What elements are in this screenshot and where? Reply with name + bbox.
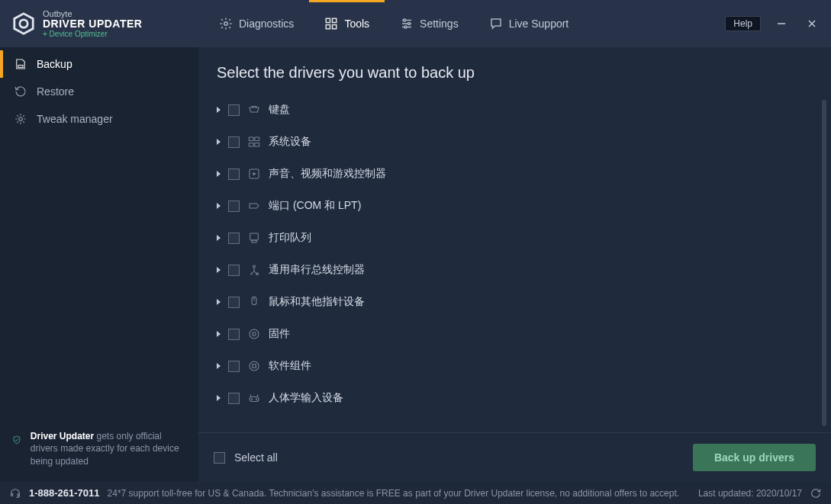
tab-live-support[interactable]: Live Support (474, 0, 585, 47)
backup-drivers-button[interactable]: Back up drivers (693, 444, 816, 471)
brand-product: DRIVER UPDATER (43, 18, 142, 30)
svg-rect-32 (250, 397, 259, 402)
expand-caret[interactable] (217, 299, 221, 305)
expand-caret[interactable] (217, 267, 221, 273)
svg-rect-4 (333, 18, 337, 22)
scrollbar[interactable] (822, 100, 826, 426)
brand-tagline: + Device Optimizer (43, 30, 142, 38)
expand-caret[interactable] (217, 331, 221, 337)
driver-category-row: 固件 (217, 318, 823, 350)
driver-category-row: 人体学输入设备 (217, 382, 823, 414)
tab-diagnostics-label: Diagnostics (239, 18, 294, 30)
tab-settings[interactable]: Settings (385, 0, 474, 47)
svg-rect-13 (18, 66, 23, 68)
expand-caret[interactable] (217, 171, 221, 177)
tab-diagnostics[interactable]: Diagnostics (204, 0, 309, 47)
minimize-button[interactable] (771, 14, 791, 34)
category-checkbox[interactable] (228, 297, 240, 308)
category-label: 端口 (COM 和 LPT) (269, 199, 361, 213)
help-button[interactable]: Help (725, 16, 761, 31)
support-phone: 1-888-261-7011 (29, 487, 100, 499)
gear-icon (14, 112, 27, 126)
driver-category-row: 系统设备 (217, 126, 823, 158)
shield-icon (12, 430, 21, 450)
category-checkbox[interactable] (228, 329, 240, 340)
svg-rect-15 (249, 137, 253, 141)
category-checkbox[interactable] (228, 104, 240, 116)
expand-caret[interactable] (217, 139, 221, 145)
select-all-checkbox[interactable] (214, 452, 225, 464)
category-icon (247, 295, 261, 309)
driver-category-row: 端口 (COM 和 LPT) (217, 190, 823, 222)
sidebar-item-tweak[interactable]: Tweak manager (0, 105, 198, 133)
expand-caret[interactable] (217, 203, 221, 209)
expand-caret[interactable] (217, 235, 221, 241)
main-footer: Select all Back up drivers (198, 432, 831, 482)
svg-rect-5 (327, 25, 330, 29)
headset-icon (9, 487, 21, 499)
svg-rect-31 (253, 364, 256, 368)
driver-category-row: 键盘 (217, 94, 823, 126)
status-text: 24*7 support toll-free for US & Canada. … (108, 488, 680, 499)
tab-settings-label: Settings (420, 18, 459, 30)
select-all-label: Select all (234, 451, 278, 464)
category-checkbox[interactable] (228, 233, 240, 244)
category-checkbox[interactable] (228, 169, 240, 180)
svg-point-14 (19, 117, 23, 121)
category-icon (247, 391, 261, 405)
svg-marker-20 (253, 172, 257, 176)
category-label: 通用串行总线控制器 (269, 263, 365, 277)
category-checkbox[interactable] (228, 136, 240, 148)
grid-icon (324, 17, 338, 30)
category-icon (247, 103, 261, 117)
driver-category-row: 通用串行总线控制器 (217, 254, 823, 286)
category-checkbox[interactable] (228, 201, 240, 212)
sidebar-item-backup[interactable]: Backup (0, 50, 198, 78)
top-tabs: Diagnostics Tools Settings Live Support (204, 0, 584, 47)
category-checkbox[interactable] (228, 265, 240, 276)
category-label: 人体学输入设备 (269, 391, 343, 405)
category-icon (247, 167, 261, 181)
category-label: 固件 (269, 327, 290, 341)
logo-text: Outbyte DRIVER UPDATER + Device Optimize… (43, 9, 142, 38)
last-updated: Last updated: 2020/10/17 (698, 488, 802, 499)
driver-category-row: 声音、视频和游戏控制器 (217, 158, 823, 190)
category-checkbox[interactable] (228, 393, 240, 404)
sidebar: Backup Restore Tweak manager Driver Upda… (0, 47, 198, 482)
category-icon (247, 231, 261, 245)
svg-rect-22 (252, 240, 256, 242)
category-label: 软件组件 (269, 359, 311, 373)
close-button[interactable] (802, 14, 822, 34)
svg-point-34 (256, 398, 257, 400)
svg-rect-3 (327, 18, 330, 22)
category-icon (247, 135, 261, 149)
gear-icon (219, 17, 233, 30)
category-label: 系统设备 (269, 135, 311, 149)
main-panel: Select the drivers you want to back up 键… (198, 47, 831, 482)
category-icon (247, 199, 261, 213)
category-icon (247, 327, 261, 341)
refresh-icon[interactable] (810, 487, 822, 499)
sidebar-item-restore[interactable]: Restore (0, 78, 198, 105)
promo-text: Driver Updater gets only official driver… (31, 430, 186, 468)
svg-point-23 (253, 265, 256, 268)
chat-icon (489, 17, 503, 30)
svg-rect-25 (256, 273, 258, 274)
expand-caret[interactable] (217, 395, 221, 401)
category-icon (247, 263, 261, 277)
expand-caret[interactable] (217, 363, 221, 369)
header: Outbyte DRIVER UPDATER + Device Optimize… (0, 0, 831, 47)
status-bar: 1-888-261-7011 24*7 support toll-free fo… (0, 482, 831, 504)
driver-list: 键盘系统设备声音、视频和游戏控制器端口 (COM 和 LPT)打印队列通用串行总… (198, 94, 831, 432)
svg-point-30 (250, 361, 259, 371)
category-checkbox[interactable] (228, 361, 240, 372)
category-label: 键盘 (269, 103, 290, 117)
svg-rect-18 (255, 143, 259, 147)
svg-point-9 (404, 26, 407, 28)
category-label: 打印队列 (269, 231, 311, 245)
expand-caret[interactable] (217, 107, 221, 113)
svg-rect-6 (333, 25, 337, 29)
body: Backup Restore Tweak manager Driver Upda… (0, 47, 831, 482)
tab-tools[interactable]: Tools (309, 0, 385, 47)
promo-lead: Driver Updater (31, 431, 94, 441)
